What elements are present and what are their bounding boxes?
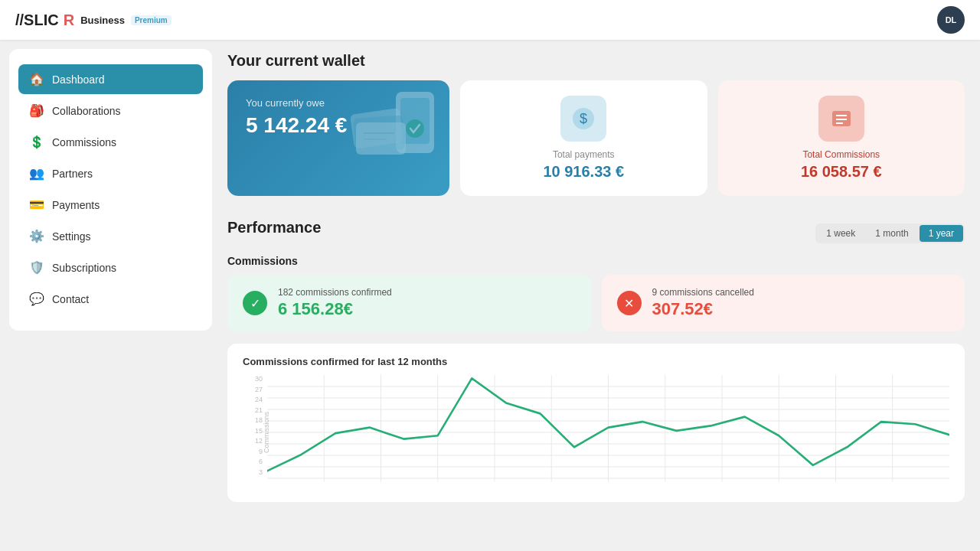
commissions-section-label: Commissions	[227, 255, 965, 267]
svg-point-2	[406, 119, 424, 138]
sidebar-item-commissions[interactable]: 💲 Commissions	[18, 127, 203, 157]
sidebar-item-collaborations[interactable]: 🎒 Collaborations	[18, 96, 203, 126]
wallet-payments-card: $ Total payments 10 916.33 €	[460, 80, 707, 196]
chart-svg	[267, 375, 949, 490]
main-layout: 🏠 Dashboard 🎒 Collaborations 💲 Commissio…	[0, 0, 980, 551]
sidebar-label-payments: Payments	[52, 199, 100, 211]
main-content: Your current wallet You currently owe 5 …	[212, 40, 980, 551]
chart-container: Commissions confirmed for last 12 months…	[227, 344, 965, 502]
svg-rect-5	[356, 122, 406, 155]
cancelled-sub: 9 commissions cancelled	[652, 287, 754, 298]
logo-premium-badge: Premium	[131, 15, 172, 25]
payments-card-icon: $	[560, 96, 606, 142]
sidebar: 🏠 Dashboard 🎒 Collaborations 💲 Commissio…	[9, 49, 212, 331]
wallet-commissions-card: Total Commissions 16 058.57 €	[718, 80, 965, 196]
sidebar-label-collaborations: Collaborations	[52, 105, 121, 117]
sidebar-item-dashboard[interactable]: 🏠 Dashboard	[18, 64, 203, 94]
chart-area	[267, 375, 949, 490]
filter-1month[interactable]: 1 month	[866, 225, 917, 242]
logo-slashes: //SLIC	[15, 11, 59, 29]
y-axis-title: Commissions	[263, 412, 270, 453]
logo: //SLICR Business Premium	[15, 11, 172, 29]
sidebar-item-settings[interactable]: ⚙️ Settings	[18, 221, 203, 251]
time-filter-group: 1 week 1 month 1 year	[815, 223, 965, 243]
sidebar-label-contact: Contact	[52, 293, 89, 305]
cancelled-amount: 307.52€	[652, 299, 754, 319]
performance-title: Performance	[227, 219, 321, 236]
cancelled-info: 9 commissions cancelled 307.52€	[652, 287, 754, 319]
sidebar-label-commissions: Commissions	[52, 136, 116, 148]
home-icon: 🏠	[29, 72, 44, 86]
sidebar-item-subscriptions[interactable]: 🛡️ Subscriptions	[18, 253, 203, 282]
commission-stat-cards: ✓ 182 commissions confirmed 6 156.28€ ✕ …	[227, 275, 965, 331]
wallet-illustration	[342, 84, 442, 179]
commissions-icon: 💲	[29, 135, 44, 149]
confirmed-icon: ✓	[243, 291, 267, 315]
wallet-section-title: Your current wallet	[227, 52, 965, 70]
filter-1year[interactable]: 1 year	[920, 225, 963, 242]
chart-wrap: 3 6 9 12 15 18 21 24 27 30 Commissions	[243, 375, 949, 490]
performance-header: Performance 1 week 1 month 1 year	[227, 219, 965, 247]
filter-1week[interactable]: 1 week	[817, 225, 864, 242]
payments-card-amount: 10 916.33 €	[543, 163, 624, 181]
collaborations-icon: 🎒	[29, 103, 44, 118]
payments-icon: 💳	[29, 197, 44, 212]
avatar[interactable]: DL	[937, 6, 965, 34]
app-header: //SLICR Business Premium DL	[0, 0, 980, 40]
sidebar-item-contact[interactable]: 💬 Contact	[18, 284, 203, 314]
sidebar-item-partners[interactable]: 👥 Partners	[18, 158, 203, 188]
contact-icon: 💬	[29, 292, 44, 306]
logo-business: Business	[80, 15, 125, 26]
commissions-card-icon	[818, 96, 864, 142]
partners-icon: 👥	[29, 166, 44, 181]
settings-icon: ⚙️	[29, 229, 44, 243]
sidebar-label-partners: Partners	[52, 168, 93, 180]
confirmed-sub: 182 commissions confirmed	[278, 287, 392, 298]
svg-text:$: $	[580, 111, 587, 126]
chart-title: Commissions confirmed for last 12 months	[243, 356, 949, 367]
cancelled-icon: ✕	[617, 291, 642, 315]
payments-card-label: Total payments	[553, 149, 615, 160]
sidebar-label-settings: Settings	[52, 230, 91, 243]
confirmed-info: 182 commissions confirmed 6 156.28€	[278, 287, 392, 319]
sidebar-item-payments[interactable]: 💳 Payments	[18, 190, 203, 220]
commissions-card-amount: 16 058.57 €	[801, 163, 882, 181]
confirmed-amount: 6 156.28€	[278, 299, 392, 319]
subscriptions-icon: 🛡️	[29, 260, 44, 275]
confirmed-commissions-card: ✓ 182 commissions confirmed 6 156.28€	[227, 275, 591, 331]
sidebar-label-dashboard: Dashboard	[52, 73, 105, 86]
commissions-card-label: Total Commissions	[802, 149, 880, 160]
sidebar-label-subscriptions: Subscriptions	[52, 262, 116, 274]
logo-r-letter: R	[64, 11, 74, 29]
wallet-cards: You currently owe 5 142.24 €	[227, 80, 965, 196]
cancelled-commissions-card: ✕ 9 commissions cancelled 307.52€	[602, 275, 965, 331]
wallet-owe-card: You currently owe 5 142.24 €	[227, 80, 449, 196]
